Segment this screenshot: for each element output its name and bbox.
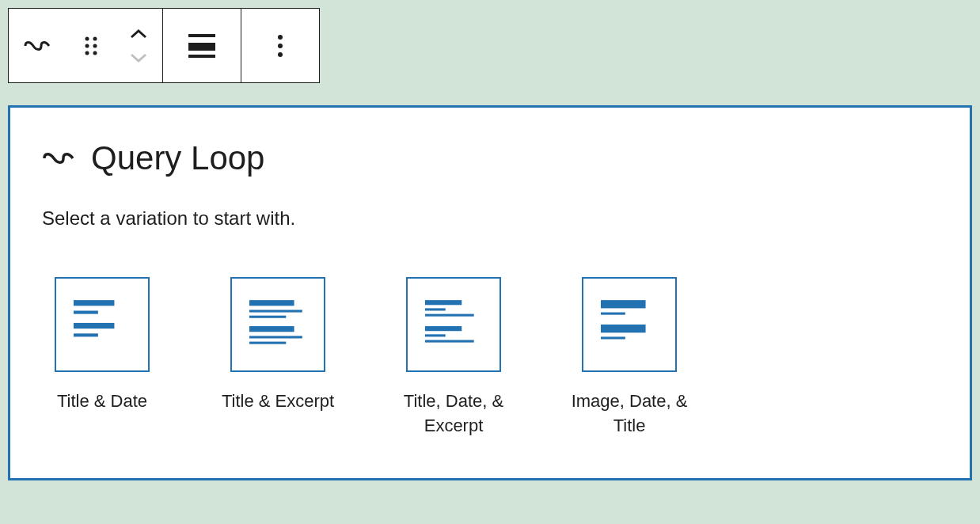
chevron-up-icon: [129, 28, 148, 40]
align-button[interactable]: [163, 9, 241, 82]
svg-rect-30: [601, 325, 646, 332]
svg-point-3: [93, 44, 97, 47]
svg-point-1: [93, 36, 97, 40]
variation-label: Title & Excerpt: [222, 389, 334, 414]
svg-rect-7: [188, 43, 215, 51]
svg-point-11: [278, 52, 283, 57]
variation-icon-box: [582, 277, 677, 372]
svg-rect-19: [249, 326, 294, 332]
query-loop-icon: [42, 147, 75, 169]
variation-title-date-excerpt[interactable]: Title, Date, & Excerpt: [393, 277, 514, 439]
block-title: Query Loop: [91, 139, 264, 177]
query-loop-block-panel: Query Loop Select a variation to start w…: [8, 105, 972, 480]
drag-handle-icon: [83, 35, 99, 57]
toolbar-section-more: [241, 9, 319, 82]
variation-label: Image, Date, & Title: [569, 389, 689, 439]
svg-rect-22: [425, 300, 462, 305]
toolbar-section-block-controls: [9, 9, 163, 82]
chevron-down-icon: [129, 52, 148, 63]
drag-handle-button[interactable]: [67, 9, 115, 82]
svg-rect-23: [425, 308, 446, 310]
query-loop-icon: [24, 36, 52, 55]
svg-rect-16: [249, 300, 294, 306]
block-toolbar: [8, 8, 320, 83]
svg-rect-31: [601, 336, 625, 339]
svg-rect-29: [601, 313, 625, 315]
svg-point-5: [93, 51, 97, 55]
variation-title-excerpt[interactable]: Title & Excerpt: [218, 277, 338, 439]
variation-title-date[interactable]: Title & Date: [42, 277, 162, 439]
svg-point-0: [85, 36, 89, 40]
title-date-excerpt-variation-icon: [425, 298, 482, 351]
svg-rect-13: [74, 311, 98, 314]
svg-rect-17: [249, 309, 302, 312]
toolbar-section-align: [163, 9, 241, 82]
block-description: Select a variation to start with.: [42, 207, 938, 230]
svg-rect-15: [74, 333, 98, 336]
variations-list: Title & Date Title & Excerpt: [42, 277, 938, 439]
variation-image-date-title[interactable]: Image, Date, & Title: [569, 277, 689, 439]
svg-rect-12: [74, 300, 114, 306]
more-vertical-icon: [277, 34, 283, 58]
svg-rect-20: [249, 336, 302, 338]
variation-icon-box: [230, 277, 325, 372]
variation-label: Title & Date: [57, 389, 147, 414]
svg-rect-6: [188, 34, 215, 37]
svg-rect-8: [188, 55, 215, 58]
svg-rect-24: [425, 314, 474, 317]
svg-rect-14: [74, 323, 114, 328]
move-down-button[interactable]: [115, 46, 162, 70]
move-up-button[interactable]: [115, 22, 162, 46]
block-header: Query Loop: [42, 139, 938, 177]
block-mover-group: [115, 9, 162, 82]
variation-label: Title, Date, & Excerpt: [393, 389, 514, 439]
svg-rect-21: [249, 342, 286, 344]
title-excerpt-variation-icon: [249, 298, 306, 351]
image-date-title-variation-icon: [601, 298, 658, 351]
svg-point-4: [85, 51, 89, 55]
svg-rect-28: [601, 300, 646, 308]
variation-icon-box: [55, 277, 150, 372]
svg-point-10: [278, 44, 283, 48]
variation-icon-box: [406, 277, 501, 372]
more-options-button[interactable]: [241, 9, 319, 82]
title-date-variation-icon: [74, 298, 131, 351]
svg-point-9: [278, 35, 283, 40]
svg-rect-25: [425, 326, 462, 331]
block-type-button[interactable]: [9, 9, 67, 82]
align-icon: [188, 34, 215, 58]
svg-point-2: [85, 44, 89, 47]
svg-rect-27: [425, 340, 474, 343]
svg-rect-26: [425, 334, 446, 336]
svg-rect-18: [249, 316, 286, 318]
